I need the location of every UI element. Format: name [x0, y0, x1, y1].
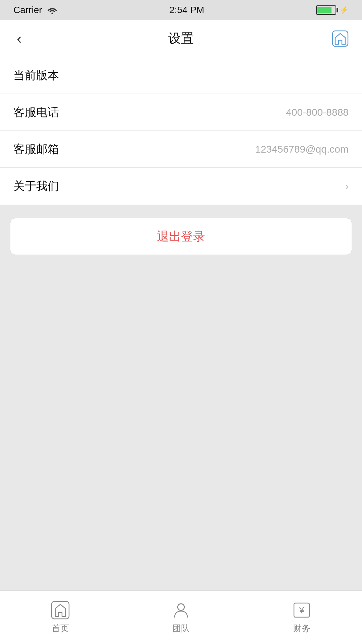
logout-container: 退出登录: [10, 218, 352, 255]
version-label: 当前版本: [13, 68, 59, 83]
status-time: 2:54 PM: [169, 5, 204, 15]
tab-item-team[interactable]: 团队: [121, 600, 241, 634]
home-tab-icon: [51, 600, 70, 620]
content: 当前版本 客服电话 400-800-8888 客服邮箱 123456789@qq…: [0, 57, 362, 590]
status-left: Carrier: [13, 5, 58, 15]
status-right: ⚡: [316, 5, 349, 15]
finance-tab-icon: ¥: [292, 600, 311, 620]
bolt-icon: ⚡: [340, 6, 349, 14]
battery-fill: [317, 7, 331, 13]
logout-label: 退出登录: [157, 228, 205, 245]
home-icon[interactable]: [332, 30, 349, 47]
settings-list: 当前版本 客服电话 400-800-8888 客服邮箱 123456789@qq…: [0, 57, 362, 205]
tab-item-home[interactable]: 首页: [0, 600, 121, 634]
tab-item-finance[interactable]: ¥ 财务: [241, 600, 362, 634]
settings-item-phone: 客服电话 400-800-8888: [0, 94, 362, 131]
svg-point-0: [51, 13, 53, 14]
nav-bar: ‹ 设置: [0, 20, 362, 57]
team-tab-icon: [171, 600, 191, 620]
settings-item-email: 客服邮箱 123456789@qq.com: [0, 131, 362, 168]
home-tab-label: 首页: [52, 623, 69, 634]
logout-button[interactable]: 退出登录: [10, 218, 352, 255]
chevron-right-icon: ›: [345, 180, 349, 192]
tab-bar: 首页 团队 ¥ 财务: [0, 590, 362, 644]
svg-text:¥: ¥: [299, 605, 304, 615]
carrier-label: Carrier: [13, 5, 42, 15]
svg-point-3: [178, 604, 184, 610]
status-bar: Carrier 2:54 PM ⚡: [0, 0, 362, 20]
page-title: 设置: [168, 30, 194, 47]
finance-tab-label: 财务: [293, 623, 310, 634]
settings-item-version: 当前版本: [0, 57, 362, 94]
team-tab-label: 团队: [172, 623, 190, 634]
battery-icon: [316, 5, 336, 15]
wifi-icon: [47, 6, 58, 14]
email-value: 123456789@qq.com: [255, 144, 349, 155]
phone-label: 客服电话: [13, 105, 59, 120]
phone-value: 400-800-8888: [286, 107, 349, 118]
back-button[interactable]: ‹: [13, 27, 25, 50]
email-label: 客服邮箱: [13, 142, 59, 157]
settings-item-about[interactable]: 关于我们 ›: [0, 168, 362, 205]
about-label: 关于我们: [13, 178, 59, 194]
